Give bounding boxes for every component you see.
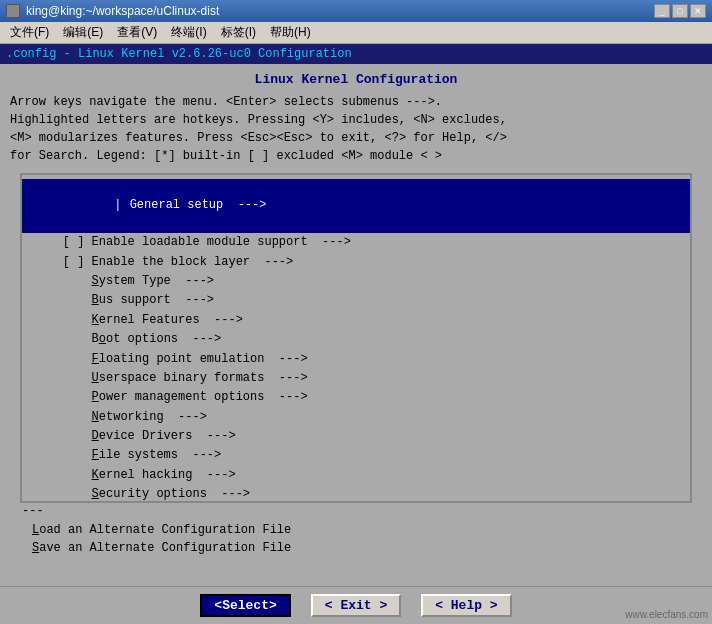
menu-item-kernel-features[interactable]: Kernel Features ---> — [22, 311, 690, 330]
window-title: king@king:~/workspace/uClinux-dist — [26, 4, 219, 18]
menu-item-networking[interactable]: Networking ---> — [22, 408, 690, 427]
select-button[interactable]: <Select> — [200, 594, 290, 617]
path-bar: .config - Linux Kernel v2.6.26-uc0 Confi… — [0, 44, 712, 64]
ellipsis: --- — [10, 503, 702, 519]
watermark: www.elecfans.com — [625, 609, 708, 620]
minimize-button[interactable]: _ — [654, 4, 670, 18]
maximize-button[interactable]: □ — [672, 4, 688, 18]
menu-item-boot-options[interactable]: Boot options ---> — [22, 330, 690, 349]
menu-box: | General setup ---> [ ] Enable loadable… — [20, 173, 692, 503]
menu-item-power-management[interactable]: Power management options ---> — [22, 388, 690, 407]
menu-terminal[interactable]: 终端(I) — [165, 22, 212, 43]
menu-item-general-setup[interactable]: | General setup ---> — [22, 179, 690, 233]
menu-view[interactable]: 查看(V) — [111, 22, 163, 43]
menu-item-floating-point[interactable]: Floating point emulation ---> — [22, 350, 690, 369]
terminal-icon — [6, 4, 20, 18]
close-button[interactable]: ✕ — [690, 4, 706, 18]
title-bar-left: king@king:~/workspace/uClinux-dist — [6, 4, 219, 18]
menu-item-device-drivers[interactable]: Device Drivers ---> — [22, 427, 690, 446]
menu-item-loadable-module[interactable]: [ ] Enable loadable module support ---> — [22, 233, 690, 252]
menu-help[interactable]: 帮助(H) — [264, 22, 317, 43]
menu-item-file-systems[interactable]: File systems ---> — [22, 446, 690, 465]
menu-item-bus-support[interactable]: Bus support ---> — [22, 291, 690, 310]
menu-item-block-layer[interactable]: [ ] Enable the block layer ---> — [22, 253, 690, 272]
help-line-2: Highlighted letters are hotkeys. Pressin… — [10, 111, 702, 129]
terminal-inner: Linux Kernel Configuration Arrow keys na… — [0, 64, 712, 586]
save-config[interactable]: Save an Alternate Configuration File — [32, 539, 680, 557]
menu-tabs[interactable]: 标签(I) — [215, 22, 262, 43]
help-button[interactable]: < Help > — [421, 594, 511, 617]
load-config[interactable]: Load an Alternate Configuration File — [32, 521, 680, 539]
menu-bar: 文件(F) 编辑(E) 查看(V) 终端(I) 标签(I) 帮助(H) — [0, 22, 712, 44]
terminal-area: Linux Kernel Configuration Arrow keys na… — [0, 64, 712, 586]
help-line-4: for Search. Legend: [*] built-in [ ] exc… — [10, 147, 702, 165]
window-controls: _ □ ✕ — [654, 4, 706, 18]
path-text: .config - Linux Kernel v2.6.26-uc0 Confi… — [6, 47, 352, 61]
bottom-bar: <Select> < Exit > < Help > — [0, 586, 712, 624]
file-ops: Load an Alternate Configuration File Sav… — [10, 519, 702, 559]
exit-button[interactable]: < Exit > — [311, 594, 401, 617]
menu-item-userspace-binary[interactable]: Userspace binary formats ---> — [22, 369, 690, 388]
help-text: Arrow keys navigate the menu. <Enter> se… — [10, 93, 702, 165]
press-text: Press — [197, 131, 233, 145]
menu-item-kernel-hacking[interactable]: Kernel hacking ---> — [22, 466, 690, 485]
config-title: Linux Kernel Configuration — [10, 72, 702, 87]
help-line-1: Arrow keys navigate the menu. <Enter> se… — [10, 93, 702, 111]
help-line-3: <M> modularizes features. Press <Esc><Es… — [10, 129, 702, 147]
menu-edit[interactable]: 编辑(E) — [57, 22, 109, 43]
title-bar: king@king:~/workspace/uClinux-dist _ □ ✕ — [0, 0, 712, 22]
menu-file[interactable]: 文件(F) — [4, 22, 55, 43]
menu-item-system-type[interactable]: System Type ---> — [22, 272, 690, 291]
menu-item-security-options[interactable]: Security options ---> — [22, 485, 690, 503]
